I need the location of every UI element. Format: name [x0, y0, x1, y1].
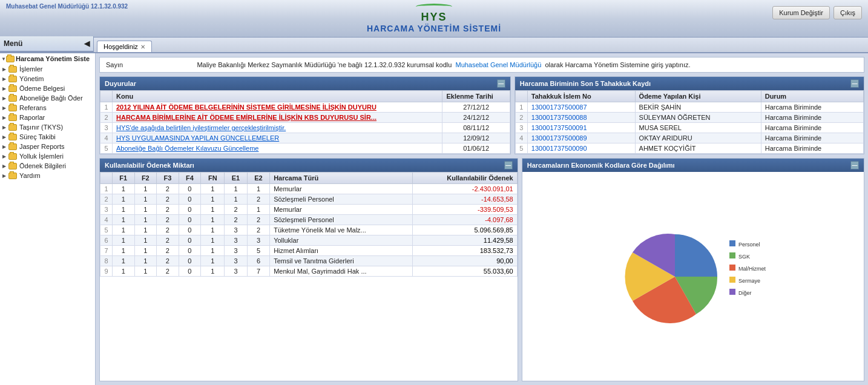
- tab-hosgeldiniz[interactable]: Hoşgeldiniz ✕: [97, 41, 152, 52]
- item-label: Yönetim: [19, 75, 44, 82]
- bud-e2: 3: [247, 235, 269, 246]
- ann-konu[interactable]: 2012 YILINA AİT ÖDEME BELGELERİNİN SİSTE…: [113, 102, 442, 113]
- chart-minimize-btn[interactable]: —: [850, 161, 859, 169]
- bud-f4: 0: [179, 235, 201, 246]
- sidebar-item-6[interactable]: ▶Taşınır (TKYS): [0, 122, 95, 132]
- table-row: 2 HARCAMA BİRİMLERİNE AİT ÖDEME EMİRLERİ…: [100, 113, 510, 123]
- chart-sector-1: [675, 234, 717, 277]
- top-bar: Muhasebat Genel Müdürlüğü 12.1.32.0.932 …: [0, 0, 868, 38]
- bud-col-f4: F4: [179, 173, 201, 184]
- sidebar-item-0[interactable]: ▶İşlemler: [0, 64, 95, 74]
- tah-islem-no[interactable]: 130001737500089: [527, 133, 635, 143]
- item-label: Jasper Reports: [19, 143, 65, 150]
- sidebar-item-9[interactable]: ▶Yolluk İşlemleri: [0, 151, 95, 161]
- tab-close-icon[interactable]: ✕: [140, 44, 145, 50]
- bud-f1: 1: [113, 215, 135, 225]
- tah-durum: Harcama Biriminde: [761, 113, 863, 123]
- exit-button[interactable]: Çıkış: [833, 6, 862, 19]
- table-row: 3 HYS'de aşağıda belirtilen iyileştirmel…: [100, 123, 510, 133]
- tah-kisi: OKTAY ARIDURU: [635, 133, 761, 143]
- item-label: Ödeme Belgesi: [19, 85, 65, 92]
- tah-islem-no[interactable]: 130001737500091: [527, 123, 635, 133]
- budget-title: Kullanılabilir Ödenek Miktarı: [105, 162, 194, 169]
- bud-f4: 0: [179, 246, 201, 256]
- item-arrow-icon: ▶: [2, 86, 7, 91]
- bud-col-f2: F2: [134, 173, 157, 184]
- root-folder-icon: [6, 56, 15, 62]
- bud-e1: 1: [225, 194, 247, 205]
- menu-label: Menü: [4, 39, 22, 48]
- bud-f3: 2: [157, 256, 179, 266]
- sidebar-item-7[interactable]: ▶Süreç Takibi: [0, 132, 95, 142]
- item-arrow-icon: ▶: [2, 144, 7, 150]
- sidebar-item-11[interactable]: ▶Yardım: [0, 171, 95, 180]
- ann-konu[interactable]: Aboneliğe Bağlı Ödemeler Kılavuzu Güncel…: [113, 143, 442, 154]
- sidebar-item-10[interactable]: ▶Ödenek Bilgileri: [0, 161, 95, 171]
- legend-4-color: [729, 277, 735, 283]
- bud-f1: 1: [113, 235, 135, 246]
- sidebar-item-3[interactable]: ▶Aboneliğe Bağlı Öder: [0, 93, 95, 103]
- ann-link[interactable]: HARCAMA BİRİMLERİNE AİT ÖDEME EMİRLERİNE…: [116, 114, 376, 121]
- ann-konu[interactable]: HYS'de aşağıda belirtilen iyileştirmeler…: [113, 123, 442, 133]
- tah-islem-no[interactable]: 130001737500088: [527, 113, 635, 123]
- bud-e2: 6: [247, 256, 269, 266]
- welcome-message: Maliye Bakanlığı Merkez Saymanlık Müdürl…: [197, 61, 452, 68]
- tahakkuk-minimize-btn[interactable]: —: [850, 79, 859, 88]
- ann-link[interactable]: HYS'de aşağıda belirtilen iyileştirmeler…: [116, 124, 286, 131]
- change-institution-button[interactable]: Kurum Değiştir: [772, 6, 830, 19]
- content-area: Sayın Maliye Bakanlığı Merkez Saymanlık …: [96, 53, 868, 385]
- legend-2-color: [729, 252, 735, 258]
- bud-f3: 2: [157, 184, 179, 194]
- announcements-tbody: 1 2012 YILINA AİT ÖDEME BELGELERİNİN SİS…: [100, 102, 510, 154]
- item-label: Aboneliğe Bağlı Öder: [19, 94, 83, 102]
- bud-col-tur: Harcama Türü: [270, 173, 412, 184]
- chart-header: Harcamaların Ekonomik Kodlara Göre Dağıl…: [522, 159, 864, 172]
- sidebar-root[interactable]: ▼ Harcama Yönetim Siste: [0, 53, 95, 64]
- ann-tarih: 27/12/12: [442, 102, 510, 113]
- bud-f1: 1: [113, 256, 135, 266]
- announcements-minimize-btn[interactable]: —: [497, 79, 505, 88]
- bud-f3: 2: [157, 205, 179, 215]
- bud-tur: Sözleşmeli Personel: [270, 194, 412, 205]
- bud-fn: 1: [201, 184, 225, 194]
- sidebar-item-8[interactable]: ▶Jasper Reports: [0, 142, 95, 151]
- bud-f2: 1: [134, 194, 157, 205]
- welcome-link[interactable]: Muhasebat Genel Müdürlüğü: [455, 61, 541, 68]
- ann-konu[interactable]: HARCAMA BİRİMLERİNE AİT ÖDEME EMİRLERİNE…: [113, 113, 442, 123]
- item-folder-icon: [8, 153, 17, 160]
- ann-link[interactable]: 2012 YILINA AİT ÖDEME BELGELERİNİN SİSTE…: [116, 104, 376, 111]
- bud-fn: 1: [201, 215, 225, 225]
- sidebar-item-5[interactable]: ▶Raporlar: [0, 113, 95, 122]
- bud-f1: 1: [113, 194, 135, 205]
- item-arrow-icon: ▶: [2, 163, 7, 169]
- table-row: 4 130001737500089 OKTAY ARIDURU Harcama …: [515, 133, 863, 143]
- bud-fn: 1: [201, 225, 225, 235]
- ann-link[interactable]: Aboneliğe Bağlı Ödemeler Kılavuzu Güncel…: [116, 145, 258, 152]
- tah-col-kisi: Ödeme Yapılan Kişi: [635, 91, 761, 102]
- ann-konu[interactable]: HYS UYGULAMASINDA YAPILAN GÜNCELLEMELER: [113, 133, 442, 143]
- bud-tur: Yolluklar: [270, 235, 412, 246]
- sidebar-item-1[interactable]: ▶Yönetim: [0, 74, 95, 84]
- ann-link[interactable]: HYS UYGULAMASINDA YAPILAN GÜNCELLEMELER: [116, 134, 279, 142]
- tah-kisi: AHMET KOÇYİĞİT: [635, 143, 761, 154]
- sidebar-item-4[interactable]: ▶Referans: [0, 103, 95, 113]
- tah-durum: Harcama Biriminde: [761, 133, 863, 143]
- bud-fn: 1: [201, 256, 225, 266]
- budget-scroll[interactable]: F1 F2 F3 F4 FN E1 E2 Harcama Türü Kullan…: [100, 172, 518, 277]
- item-folder-icon: [8, 95, 17, 102]
- bud-f2: 1: [134, 184, 157, 194]
- table-row: 3 1 1 2 0 1 2 1 Memurlar -339.509,53: [100, 205, 518, 215]
- tah-kisi: SÜLEYMAN ÖĞRETEN: [635, 113, 761, 123]
- menu-toggle-icon[interactable]: ◀: [84, 39, 90, 48]
- sidebar-item-2[interactable]: ▶Ödeme Belgesi: [0, 84, 95, 93]
- bud-e1: 3: [225, 246, 247, 256]
- bud-f4: 0: [179, 184, 201, 194]
- tah-islem-no[interactable]: 130001737500090: [527, 143, 635, 154]
- tah-col-islem: Tahakkuk İslem No: [527, 91, 635, 102]
- welcome-suffix: olarak Harcama Yönetim Sistemine giriş y…: [545, 61, 690, 68]
- tah-durum: Harcama Biriminde: [761, 123, 863, 133]
- budget-minimize-btn[interactable]: —: [504, 161, 513, 169]
- tah-islem-no[interactable]: 130001737500087: [527, 102, 635, 113]
- bud-e2: 2: [247, 215, 269, 225]
- legend-3-label: Mal/Hizmet: [738, 266, 766, 272]
